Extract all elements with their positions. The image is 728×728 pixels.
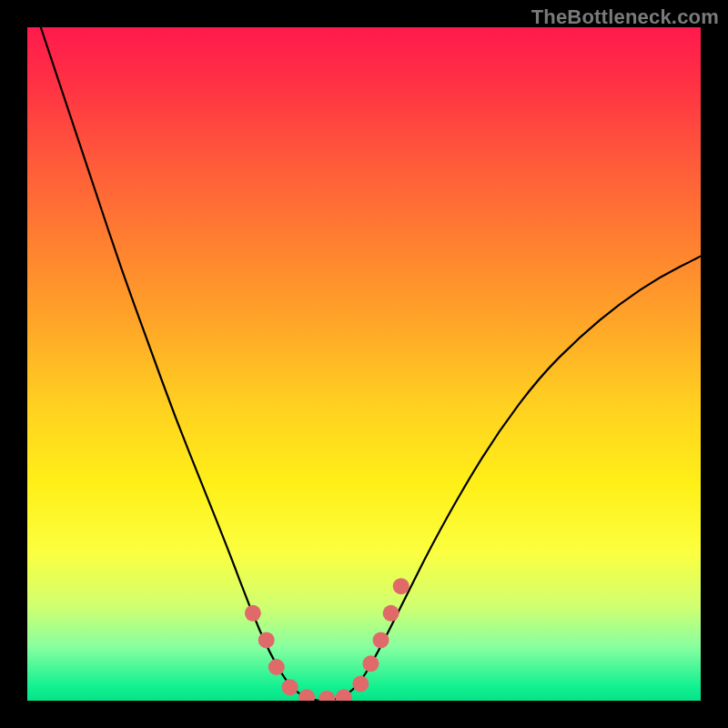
curve-marker <box>245 605 261 622</box>
curve-markers <box>245 578 410 701</box>
curve-marker <box>352 676 369 693</box>
curve-marker <box>336 689 352 701</box>
curve-marker <box>258 632 275 648</box>
curve-marker <box>383 605 399 622</box>
curve-marker <box>298 689 315 701</box>
bottleneck-curve <box>41 27 701 701</box>
curve-marker <box>393 578 410 594</box>
watermark-text: TheBottleneck.com <box>531 5 719 29</box>
plot-area <box>27 27 701 701</box>
curve-marker <box>282 679 298 695</box>
curve-marker <box>318 691 335 701</box>
curve-marker <box>373 632 389 648</box>
curve-layer <box>27 27 701 701</box>
chart-frame: TheBottleneck.com <box>0 0 728 728</box>
curve-marker <box>268 659 285 675</box>
curve-marker <box>362 655 379 672</box>
